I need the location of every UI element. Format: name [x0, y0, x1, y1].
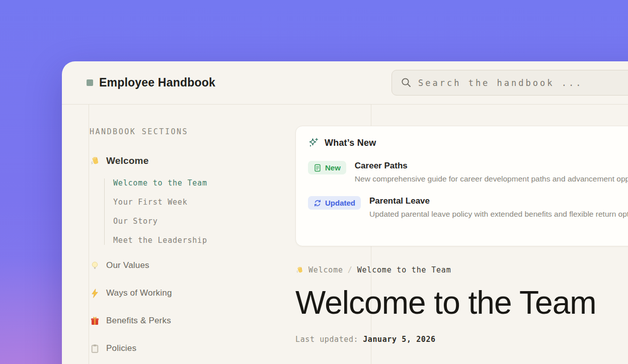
whats-new-entry[interactable]: Updated Parental Leave Updated parental … [308, 196, 628, 219]
sidebar-subnav-welcome: Welcome to the Team Your First Week Our … [104, 178, 290, 245]
sidebar-item-label: Ways of Working [106, 288, 172, 298]
last-updated: Last updated:January 5, 2026 [295, 335, 628, 344]
light-bulb-icon [90, 260, 100, 271]
page-title: Welcome to the Team [295, 284, 628, 321]
entry-text: Career Paths New comprehensive guide for… [355, 161, 628, 184]
document-icon [313, 164, 322, 172]
main-content: What’s New New Career Paths [295, 126, 628, 344]
sidebar: HANDBOOK SECTIONS Welcome [89, 104, 290, 364]
subnav-item-welcome-to-the-team[interactable]: Welcome to the Team [113, 178, 290, 188]
app-window: Employee Handbook HANDBOOK SECTIONS [62, 61, 628, 364]
entry-description: New comprehensive guide for career devel… [355, 174, 628, 184]
app-header: Employee Handbook [62, 61, 628, 104]
subnav-item-meet-the-leadership[interactable]: Meet the Leadership [113, 236, 290, 245]
entry-text: Parental Leave Updated parental leave po… [369, 196, 628, 219]
breadcrumb-current: Welcome to the Team [357, 265, 451, 275]
whats-new-title: What’s New [325, 138, 376, 148]
sidebar-section-label: HANDBOOK SECTIONS [90, 127, 290, 136]
whats-new-entry[interactable]: New Career Paths New comprehensive guide… [308, 161, 628, 184]
search-input[interactable] [391, 70, 628, 96]
sparkle-icon [308, 137, 319, 148]
sidebar-item-welcome[interactable]: Welcome [90, 153, 290, 168]
sidebar-item-our-values[interactable]: Our Values [90, 258, 290, 273]
search-bar [391, 70, 628, 96]
app-logo-icon [87, 79, 93, 86]
breadcrumb: Welcome / Welcome to the Team [295, 265, 628, 275]
badge-label: New [325, 163, 341, 172]
entry-title: Parental Leave [369, 196, 628, 206]
sidebar-item-ways-of-working[interactable]: Ways of Working [90, 286, 290, 301]
updated-badge: Updated [308, 196, 361, 210]
sidebar-item-label: Our Values [106, 260, 149, 270]
refresh-icon [313, 199, 322, 207]
app-title: Employee Handbook [99, 76, 215, 89]
sidebar-item-label: Policies [106, 343, 136, 353]
sidebar-item-label: Benefits & Perks [106, 316, 171, 326]
breadcrumb-separator: / [348, 265, 353, 275]
subnav-item-our-story[interactable]: Our Story [113, 217, 290, 226]
badge-label: Updated [325, 199, 355, 207]
clipboard-icon [90, 343, 100, 354]
waving-hand-icon [295, 266, 304, 275]
lightning-bolt-icon [90, 288, 100, 299]
whats-new-header: What’s New [308, 137, 628, 148]
sidebar-item-policies[interactable]: Policies [90, 341, 290, 356]
search-icon [401, 77, 412, 88]
waving-hand-icon [90, 156, 100, 166]
desktop-background: Employee Handbook HANDBOOK SECTIONS [0, 0, 628, 364]
new-badge: New [308, 161, 346, 174]
subnav-item-your-first-week[interactable]: Your First Week [113, 198, 290, 207]
gift-icon [90, 316, 100, 326]
last-updated-label: Last updated: [295, 335, 358, 344]
whats-new-card: What’s New New Career Paths [295, 126, 628, 246]
brand: Employee Handbook [87, 61, 215, 104]
last-updated-value: January 5, 2026 [363, 335, 435, 344]
sidebar-item-label: Welcome [106, 155, 148, 166]
sidebar-item-benefits-perks[interactable]: Benefits & Perks [90, 313, 290, 328]
breadcrumb-section[interactable]: Welcome [308, 265, 343, 275]
entry-description: Updated parental leave policy with exten… [369, 210, 628, 219]
entry-title: Career Paths [355, 161, 628, 171]
